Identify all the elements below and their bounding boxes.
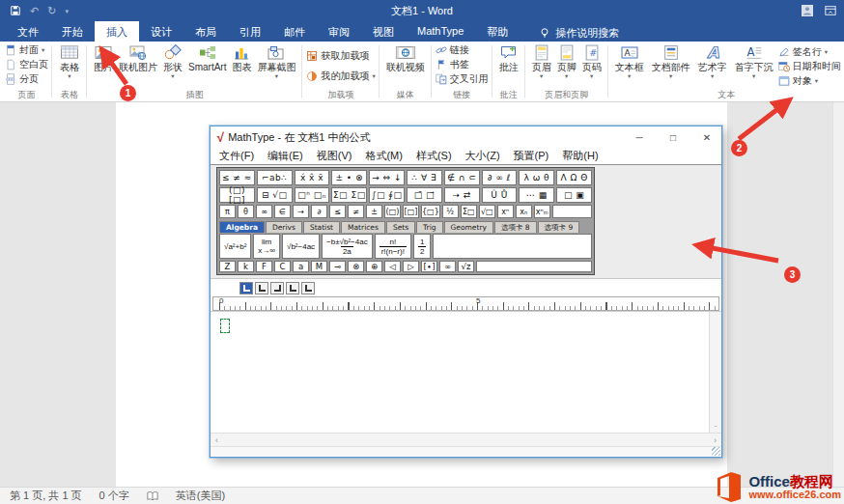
category-tab[interactable]: Sets: [386, 221, 415, 233]
my-addins-button[interactable]: 我的加载项▾: [306, 69, 375, 83]
small-symbol-button[interactable]: √□: [479, 205, 495, 218]
category-tab[interactable]: 选项卡 8: [494, 221, 537, 233]
mathtype-horizontal-scrollbar[interactable]: ‹ ›: [211, 433, 721, 446]
letter-button[interactable]: ⊕: [366, 261, 382, 272]
cover-page-button[interactable]: 封面▾: [5, 42, 44, 57]
mathtype-titlebar[interactable]: √ MathType - 在 文档1 中的公式 ─ □ ✕: [211, 126, 721, 148]
small-symbol-button[interactable]: ∞: [256, 205, 272, 218]
ribbon-display-options-icon[interactable]: [825, 5, 836, 16]
small-symbol-button[interactable]: ∈: [274, 205, 291, 218]
cross-reference-button[interactable]: 交叉引用: [436, 71, 489, 86]
quick-parts-button[interactable]: 文档部件 ▾: [649, 42, 693, 78]
letter-button[interactable]: ⊸: [329, 261, 346, 272]
expression-button[interactable]: 1 2: [413, 234, 431, 259]
tab-stop-center-button[interactable]: [255, 282, 268, 294]
ribbon-tab[interactable]: 邮件: [272, 21, 317, 42]
link-button[interactable]: 链接: [436, 42, 469, 57]
symbol-palette-button[interactable]: x́ x̂ x̄: [295, 170, 330, 185]
small-symbol-button[interactable]: xⁿₘ: [534, 205, 550, 218]
small-symbol-button[interactable]: ±: [366, 205, 382, 218]
mathtype-vertical-scrollbar[interactable]: ˇ: [709, 312, 721, 433]
letter-button[interactable]: F: [256, 261, 272, 272]
menu-item[interactable]: 编辑(E): [261, 148, 310, 164]
template-palette-button[interactable]: ⇢ ⇄: [444, 187, 480, 203]
smartart-button[interactable]: SmartArt: [185, 42, 229, 72]
ribbon-tab[interactable]: 文件: [6, 21, 50, 42]
expression-button[interactable]: lim x→∞: [253, 234, 280, 259]
tell-me-box[interactable]: 操作说明搜索: [539, 21, 619, 42]
small-symbol-button[interactable]: ≤: [329, 205, 346, 218]
tab-stop-right-button[interactable]: [270, 282, 284, 294]
letter-button[interactable]: ⊗: [348, 261, 364, 272]
small-symbol-button[interactable]: (□): [384, 205, 401, 218]
online-video-button[interactable]: 联机视频: [383, 42, 428, 72]
symbol-palette-button[interactable]: ⌐ab∴: [257, 170, 293, 185]
word-count[interactable]: 0 个字: [99, 489, 129, 503]
scroll-down-icon[interactable]: ˇ: [715, 424, 717, 433]
screenshot-button[interactable]: 屏幕截图 ▾: [254, 42, 298, 78]
expression-button[interactable]: √a²+b²: [219, 234, 251, 259]
template-palette-button[interactable]: ⊟ √□: [257, 187, 293, 203]
template-palette-button[interactable]: ∫□ ∮□: [369, 187, 405, 203]
equation-editing-area[interactable]: ˇ: [211, 311, 721, 433]
small-symbol-button[interactable]: [□]: [403, 205, 419, 218]
template-palette-button[interactable]: □̄ □⃗: [407, 187, 442, 203]
letter-button[interactable]: ▷: [403, 261, 419, 272]
scroll-left-icon[interactable]: ‹: [215, 435, 218, 445]
ribbon-tab[interactable]: 布局: [183, 21, 228, 42]
letter-button[interactable]: ∞: [439, 261, 456, 272]
header-button[interactable]: 页眉 ▾: [529, 42, 554, 78]
ribbon-tab[interactable]: 开始: [50, 21, 95, 42]
page-break-button[interactable]: 分页: [5, 71, 39, 86]
category-tab[interactable]: Derivs: [266, 221, 302, 233]
letter-button[interactable]: [∙]: [421, 261, 437, 272]
small-symbol-button[interactable]: {□}: [421, 205, 440, 218]
ribbon-tab[interactable]: 设计: [139, 21, 183, 42]
menu-item[interactable]: 文件(F): [212, 148, 261, 164]
symbol-palette-button[interactable]: ∂ ∞ ℓ: [482, 170, 518, 185]
letter-button[interactable]: a: [293, 261, 309, 272]
letter-button[interactable]: C: [274, 261, 291, 272]
menu-item[interactable]: 帮助(H): [555, 148, 605, 164]
close-icon[interactable]: ✕: [692, 126, 721, 148]
category-tab[interactable]: Algebra: [219, 221, 265, 233]
ribbon-tab[interactable]: 插入: [95, 21, 139, 42]
menu-item[interactable]: 预置(P): [507, 148, 556, 164]
small-symbol-button[interactable]: ½: [442, 205, 459, 218]
online-pictures-button[interactable]: 联机图片: [116, 42, 160, 72]
small-symbol-button[interactable]: ∂: [311, 205, 327, 218]
ribbon-tab[interactable]: 审阅: [317, 21, 361, 42]
expression-button[interactable]: √b²−4ac: [282, 234, 320, 259]
proofing-icon[interactable]: [147, 490, 158, 502]
template-palette-button[interactable]: Σ□ Σ□: [331, 187, 367, 203]
tab-stop-left-button[interactable]: [239, 282, 253, 294]
mathtype-ruler[interactable]: 0 5: [212, 296, 719, 311]
template-palette-button[interactable]: ⋯ ▦: [519, 187, 554, 203]
text-box-button[interactable]: A 文本框 ▾: [612, 42, 647, 78]
letter-button[interactable]: k: [238, 261, 254, 272]
category-tab[interactable]: Statist: [303, 221, 340, 233]
category-tab[interactable]: Geometry: [444, 221, 493, 233]
empty-equation-slot[interactable]: [220, 319, 230, 333]
menu-item[interactable]: 样式(S): [409, 148, 459, 164]
get-addins-button[interactable]: 获取加载项: [306, 48, 369, 63]
letter-button[interactable]: √z: [458, 261, 474, 272]
account-avatar[interactable]: [802, 3, 813, 18]
page-number-button[interactable]: # 页码 ▾: [579, 42, 605, 78]
signature-line-button[interactable]: 签名行▾: [778, 44, 828, 59]
menu-item[interactable]: 格式(M): [358, 148, 409, 164]
word-vertical-scrollbar[interactable]: [832, 101, 844, 488]
comment-button[interactable]: 批注: [496, 42, 521, 72]
footer-button[interactable]: 页脚 ▾: [554, 42, 579, 78]
template-palette-button[interactable]: Û Ů: [482, 187, 518, 203]
small-symbol-button[interactable]: θ: [238, 205, 254, 218]
object-button[interactable]: 对象▾: [778, 73, 818, 88]
picture-button[interactable]: 图片: [91, 42, 116, 72]
date-time-button[interactable]: 日期和时间: [778, 59, 841, 73]
small-symbol-button[interactable]: →: [293, 205, 309, 218]
ribbon-tab[interactable]: MathType: [406, 21, 475, 42]
table-button[interactable]: 表格 ▾: [56, 42, 83, 78]
category-tab[interactable]: Matrices: [341, 221, 385, 233]
blank-page-button[interactable]: 空白页: [5, 57, 48, 71]
letter-button[interactable]: M: [311, 261, 327, 272]
